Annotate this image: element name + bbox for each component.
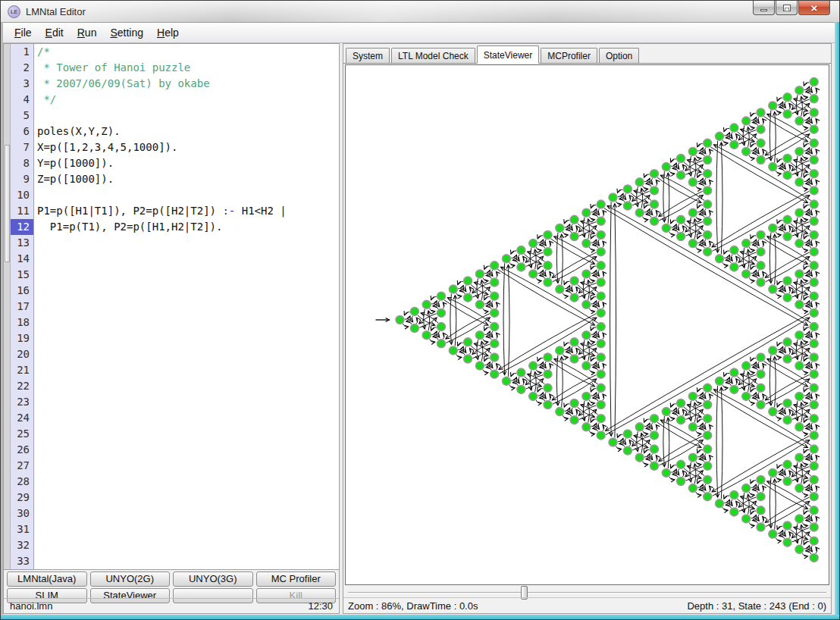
- editor-line[interactable]: 30: [11, 506, 339, 521]
- minimize-button[interactable]: [753, 1, 775, 15]
- editor-line[interactable]: 32: [11, 537, 339, 553]
- state-graph-canvas[interactable]: [345, 64, 829, 585]
- editor-line[interactable]: 19: [11, 330, 339, 346]
- editor-line[interactable]: 13: [11, 235, 339, 251]
- editor-line[interactable]: 10: [11, 187, 339, 203]
- editor-line[interactable]: 17: [11, 299, 339, 315]
- code-text: [34, 251, 37, 267]
- state-node: [810, 476, 818, 484]
- menu-item-run[interactable]: Run: [71, 23, 104, 42]
- state-node: [810, 95, 818, 103]
- code-text: [34, 537, 37, 553]
- editor-scrollbar[interactable]: [4, 44, 11, 569]
- editor-area[interactable]: 1/*2 * Tower of Hanoi puzzle3 * 2007/06/…: [4, 44, 339, 570]
- editor-line[interactable]: 6poles(X,Y,Z).: [11, 124, 339, 139]
- depth-state-label: Depth : 31, State : 243 (End : 0): [687, 600, 826, 612]
- state-node: [597, 261, 605, 270]
- editor-line[interactable]: 33: [11, 553, 339, 569]
- editor-line[interactable]: 24: [11, 410, 339, 426]
- state-node: [662, 408, 670, 416]
- editor-line[interactable]: 25: [11, 426, 339, 442]
- editor-line[interactable]: 20: [11, 346, 339, 362]
- editor-line[interactable]: 7X=p([1,2,3,4,5,1000]).: [11, 139, 339, 155]
- state-nodes[interactable]: [396, 78, 818, 562]
- window-border-left: [1, 22, 3, 615]
- state-node: [769, 530, 777, 538]
- window-border-right: [835, 22, 839, 619]
- code-text: poles(X,Y,Z).: [34, 124, 121, 139]
- state-node: [491, 323, 499, 331]
- state-graph-svg[interactable]: [346, 65, 829, 586]
- unyo-2g-button[interactable]: UNYO(2G): [90, 571, 171, 587]
- state-node: [704, 186, 712, 195]
- state-node: [757, 108, 765, 117]
- state-node: [810, 323, 818, 331]
- editor-line[interactable]: 15: [11, 267, 339, 283]
- editor-line[interactable]: 9Z=p([1000]).: [11, 171, 339, 187]
- menu-item-edit[interactable]: Edit: [39, 23, 71, 42]
- editor-line[interactable]: 3 * 2007/06/09(Sat) by okabe: [11, 76, 339, 92]
- editor-line[interactable]: 22: [11, 378, 339, 394]
- state-node: [783, 155, 791, 163]
- zoom-drawtime-label: Zoom : 86%, DrawTime : 0.0s: [348, 600, 478, 612]
- mc-profiler-button[interactable]: MC Profiler: [256, 571, 337, 587]
- editor-line[interactable]: 16: [11, 283, 339, 299]
- tab-ltl-model-check[interactable]: LTL Model Check: [391, 48, 475, 63]
- state-node: [570, 399, 578, 408]
- editor-line[interactable]: 14: [11, 251, 339, 267]
- editor-line[interactable]: 4 */: [11, 92, 339, 108]
- state-node: [810, 445, 818, 453]
- tab-stateviewer[interactable]: StateViewer: [477, 45, 539, 64]
- editor-line[interactable]: 31: [11, 521, 339, 537]
- editor-line[interactable]: 2 * Tower of Hanoi puzzle: [11, 60, 339, 76]
- tab-mcprofiler[interactable]: MCProfiler: [541, 48, 597, 63]
- title-bar[interactable]: LE LMNtal Editor ×: [1, 1, 839, 23]
- state-node: [810, 308, 818, 317]
- close-button[interactable]: ×: [798, 1, 830, 15]
- state-node: [783, 478, 791, 486]
- editor-line[interactable]: 11P1=p([H1|T1]), P2=p([H2|T2]) :- H1<H2 …: [11, 203, 339, 219]
- maximize-button[interactable]: [776, 1, 798, 15]
- state-node: [677, 171, 685, 180]
- tab-system[interactable]: System: [346, 48, 390, 63]
- editor-line[interactable]: 5: [11, 108, 339, 124]
- tab-bar: SystemLTL Model CheckStateViewerMCProfil…: [343, 44, 831, 64]
- state-node: [795, 515, 804, 523]
- editor-line[interactable]: 21: [11, 362, 339, 378]
- code-text: [34, 474, 37, 490]
- lmntal-java-button[interactable]: LMNtal(Java): [7, 571, 87, 587]
- editor-line[interactable]: 29: [11, 490, 339, 506]
- state-node: [582, 392, 591, 400]
- code-text: [34, 426, 37, 442]
- unyo-3g-button[interactable]: UNYO(3G): [173, 571, 253, 587]
- editor-line[interactable]: 28: [11, 474, 339, 490]
- line-number: 3: [11, 76, 34, 92]
- maximize-icon: [783, 5, 791, 11]
- editor-line[interactable]: 18: [11, 315, 339, 330]
- state-node: [437, 340, 446, 348]
- editor-line[interactable]: 8Y=p([1000]).: [11, 155, 339, 171]
- menu-item-help[interactable]: Help: [150, 23, 186, 42]
- editor-line[interactable]: 1/*: [11, 44, 339, 60]
- state-node: [570, 215, 578, 224]
- code-text: [34, 362, 37, 378]
- menu-item-setting[interactable]: Setting: [103, 23, 150, 42]
- editor-line[interactable]: 23: [11, 394, 339, 410]
- state-node: [609, 438, 617, 446]
- state-node: [783, 538, 791, 546]
- editor-scrollbar-thumb[interactable]: [5, 145, 10, 262]
- state-node: [730, 246, 738, 255]
- editor-line[interactable]: 26: [11, 442, 339, 458]
- state-node: [410, 324, 418, 333]
- editor-lines[interactable]: 1/*2 * Tower of Hanoi puzzle3 * 2007/06/…: [11, 44, 339, 569]
- state-node: [475, 300, 484, 308]
- editor-line[interactable]: 27: [11, 458, 339, 474]
- zoom-slider-track[interactable]: [348, 592, 826, 593]
- state-node: [475, 362, 484, 370]
- state-node: [437, 292, 446, 300]
- editor-line[interactable]: 12 P1=p(T1), P2=p([H1,H2|T2]).: [11, 219, 339, 235]
- editor-panel: 1/*2 * Tower of Hanoi puzzle3 * 2007/06/…: [3, 43, 340, 614]
- code-text: [34, 442, 37, 458]
- menu-item-file[interactable]: File: [8, 23, 39, 42]
- tab-option[interactable]: Option: [599, 48, 639, 63]
